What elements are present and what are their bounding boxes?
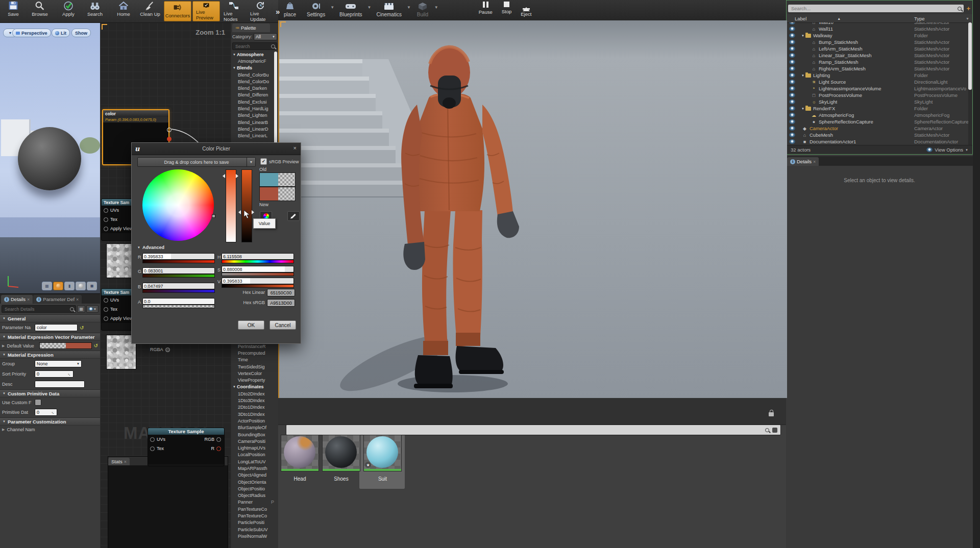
input-pin[interactable]	[104, 208, 108, 213]
visibility-eye-icon[interactable]	[789, 93, 795, 97]
pause-button[interactable]: Pause	[474, 0, 497, 17]
saturation-handle[interactable]	[236, 174, 238, 178]
palette-item[interactable]: Precomputed	[231, 350, 278, 356]
input-pin[interactable]	[104, 298, 108, 303]
close-icon[interactable]: ×	[293, 145, 297, 151]
input-pin[interactable]	[104, 217, 108, 222]
visibility-eye-icon[interactable]	[789, 133, 795, 137]
palette-item[interactable]: 1Dto3DIndex	[231, 397, 278, 404]
palette-item[interactable]: ObjectOrienta	[231, 479, 278, 485]
input-pin[interactable]	[150, 446, 155, 451]
rgba-output-pin[interactable]: RGBA	[150, 347, 170, 352]
input-pin[interactable]	[104, 307, 108, 312]
output-pin-red[interactable]	[167, 137, 172, 141]
palette-item[interactable]: Blend_Differen	[231, 92, 278, 98]
palette-item[interactable]: LightmapUVs	[231, 444, 278, 451]
visibility-eye-icon[interactable]	[789, 126, 795, 131]
eject-button[interactable]: Eject	[516, 0, 536, 17]
visibility-eye-icon[interactable]	[789, 53, 795, 58]
visibility-eye-icon[interactable]	[789, 33, 795, 38]
outliner-row[interactable]: ▼ ◆ CameraActor CameraActor	[787, 125, 972, 132]
use-custom-checkbox[interactable]	[35, 399, 41, 406]
palette-item[interactable]: ParticlePositi	[231, 519, 278, 526]
details-search-field[interactable]	[4, 306, 70, 312]
preview-shape-sphere-button[interactable]	[53, 282, 63, 290]
reset-to-default-icon[interactable]: ↺	[94, 343, 98, 348]
connectors-toggle[interactable]: Connectors	[164, 1, 191, 21]
cinematics-caret-icon[interactable]: ▼	[407, 5, 411, 10]
visibility-eye-icon[interactable]	[789, 66, 795, 71]
palette-item[interactable]: Blend_ColorDo	[231, 78, 278, 85]
outliner-search-input[interactable]	[788, 5, 964, 12]
output-pin[interactable]	[167, 128, 172, 132]
output-pin[interactable]	[165, 347, 170, 352]
input-pin[interactable]	[104, 227, 108, 231]
value-handle[interactable]	[238, 210, 241, 214]
visibility-eye-icon[interactable]	[789, 99, 795, 104]
tab-details[interactable]: i Details ×	[787, 157, 819, 166]
scrollbar-thumb[interactable]	[968, 22, 972, 90]
build-caret-icon[interactable]: ▼	[434, 5, 438, 10]
search-button[interactable]: Search	[82, 0, 108, 22]
palette-item[interactable]: BoundingBox	[231, 431, 278, 438]
r-channel-input[interactable]	[142, 253, 215, 260]
palette-item[interactable]: Blend_HardLig	[231, 105, 278, 112]
details-search-input[interactable]	[2, 305, 76, 313]
color-wheel[interactable]	[142, 169, 214, 241]
primitive-data-field[interactable]: 0↔	[35, 409, 57, 416]
palette-item[interactable]: ObjectAligned	[231, 472, 278, 479]
preview-shape-plane-button[interactable]: ▦	[42, 282, 52, 290]
visibility-eye-icon[interactable]	[789, 86, 795, 91]
outliner-row[interactable]: ▼ ⌂ RightArm_StaticMesh StaticMeshActor	[787, 65, 972, 72]
palette-item[interactable]: BlurSampleOf	[231, 425, 278, 431]
grid-view-button[interactable]: ▦	[77, 305, 85, 313]
browse-button[interactable]: Browse	[27, 0, 53, 22]
asset-tile-head[interactable]: Head	[281, 435, 319, 482]
input-pin[interactable]	[150, 437, 155, 442]
outliner-search-field[interactable]	[790, 5, 955, 12]
palette-item[interactable]: PixelNormalW	[231, 533, 278, 539]
desc-field[interactable]	[35, 381, 85, 388]
palette-item[interactable]: PanTextureCo	[231, 506, 278, 512]
apply-button[interactable]: Apply	[55, 0, 82, 22]
outliner-scrollbar[interactable]	[968, 22, 972, 146]
ok-button[interactable]: OK	[238, 320, 264, 330]
saturation-slider[interactable]	[226, 169, 236, 242]
perspective-button[interactable]: Perspective	[12, 29, 51, 37]
palette-item[interactable]: 1Dto2DIndex	[231, 390, 278, 397]
visibility-filter-button[interactable]: ▼	[86, 305, 99, 313]
sort-ascending-icon[interactable]: ▲	[837, 17, 841, 20]
visibility-eye-icon[interactable]	[789, 73, 795, 78]
material-preview-viewport[interactable]: ▼ Perspective Lit Show ▦ ▮ ◼	[0, 22, 101, 293]
palette-item[interactable]: MapARPassth	[231, 465, 278, 471]
b-channel-input[interactable]	[142, 283, 215, 289]
expand-icon[interactable]: ▶	[2, 428, 5, 432]
tab-parameter-defaults[interactable]: i Parameter Def ×	[33, 295, 82, 304]
asset-tile-shoes[interactable]: Shoes	[322, 435, 360, 482]
v-gradient-strip[interactable]	[222, 284, 294, 288]
close-icon[interactable]: ×	[27, 297, 30, 302]
blueprints-caret-icon[interactable]: ▼	[368, 5, 372, 10]
section-custom-primitive-data[interactable]: Custom Primitive Data	[0, 389, 100, 397]
palette-item[interactable]: Blends	[231, 65, 278, 71]
texture-sample-node-main[interactable]: Texture Sample UVs Tex RGB R	[148, 428, 225, 466]
section-general[interactable]: General	[0, 314, 100, 322]
hex-srgb-value[interactable]: A9513D00	[267, 299, 295, 307]
blueprints-button[interactable]: Blueprints	[334, 0, 367, 17]
outliner-row[interactable]: ▼ RenderFX Folder	[787, 105, 972, 112]
live-update-toggle[interactable]: Live Update	[247, 0, 274, 22]
save-button[interactable]: Save	[0, 0, 27, 22]
visibility-eye-icon[interactable]	[789, 113, 795, 117]
value-handle[interactable]	[252, 210, 254, 214]
palette-item[interactable]: ObjectRadius	[231, 492, 278, 499]
palette-item[interactable]: CameraPositi	[231, 438, 278, 444]
column-options-icon[interactable]: ▼	[966, 17, 969, 20]
r-gradient-strip[interactable]	[142, 260, 215, 263]
tab-details[interactable]: i Details ×	[1, 295, 33, 304]
add-filter-icon[interactable]: +	[966, 5, 970, 12]
visibility-eye-icon[interactable]	[789, 80, 795, 84]
home-button[interactable]: Home	[110, 0, 137, 22]
a-channel-input[interactable]	[142, 298, 215, 305]
build-button[interactable]: Build	[411, 0, 434, 17]
reset-to-default-icon[interactable]: ↺	[80, 325, 84, 331]
